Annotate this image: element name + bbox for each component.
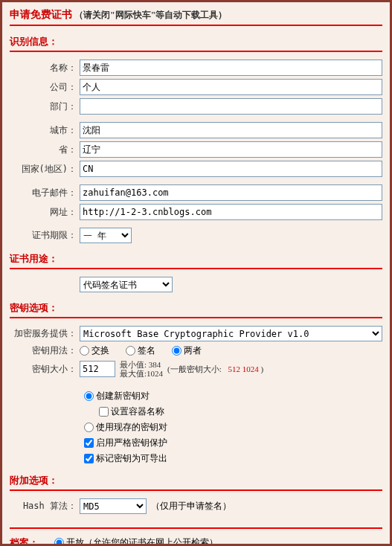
radio-sign-input[interactable] bbox=[126, 346, 135, 356]
country-input[interactable] bbox=[80, 161, 382, 177]
page-title: 申请免费证书 bbox=[10, 9, 72, 20]
section-key: 密钥选项： bbox=[10, 301, 382, 315]
email-input[interactable] bbox=[80, 184, 382, 201]
label-company: 公司： bbox=[10, 81, 80, 94]
radio-exchange-input[interactable] bbox=[80, 346, 89, 356]
divider bbox=[10, 489, 382, 491]
hash-select[interactable]: MD5 bbox=[80, 498, 147, 514]
radio-use-existing[interactable]: 使用现存的密钥对 bbox=[84, 421, 382, 434]
radio-use-existing-input[interactable] bbox=[84, 423, 94, 432]
label-city: 城市： bbox=[10, 124, 80, 137]
divider bbox=[10, 527, 382, 529]
company-input[interactable] bbox=[80, 79, 382, 95]
label-key-size: 密钥大小： bbox=[10, 363, 80, 376]
key-size-input[interactable] bbox=[80, 361, 115, 377]
label-hash: Hash 算法： bbox=[10, 500, 80, 513]
city-input[interactable] bbox=[80, 122, 382, 138]
radio-create-new-input[interactable] bbox=[84, 391, 94, 401]
check-strict-protect-input[interactable] bbox=[84, 438, 94, 448]
hash-note: （仅用于申请签名） bbox=[151, 500, 231, 513]
label-province: 省： bbox=[10, 144, 80, 156]
label-country: 国家(地区)： bbox=[10, 163, 80, 176]
label-dept: 部门： bbox=[10, 100, 80, 113]
divider bbox=[10, 317, 382, 318]
label-url: 网址： bbox=[10, 206, 80, 219]
key-size-range: 最小值: 384 最大值:1024 bbox=[120, 360, 163, 378]
period-select[interactable]: 一 年 bbox=[80, 228, 132, 243]
radio-archive-open-input[interactable] bbox=[54, 538, 64, 546]
check-mark-exportable[interactable]: 标记密钥为可导出 bbox=[84, 452, 382, 465]
name-input[interactable] bbox=[80, 60, 382, 76]
section-usage: 证书用途： bbox=[10, 252, 382, 266]
label-csp: 加密服务提供： bbox=[10, 327, 80, 340]
label-period: 证书期限： bbox=[10, 229, 80, 242]
radio-both[interactable]: 两者 bbox=[172, 344, 202, 357]
url-input[interactable] bbox=[80, 204, 382, 220]
section-identity: 识别信息： bbox=[10, 35, 382, 48]
label-name: 名称： bbox=[10, 62, 80, 74]
divider bbox=[10, 25, 382, 26]
radio-archive-open[interactable]: 开放（允许您的证书在网上公开检索） bbox=[54, 536, 366, 546]
check-set-container-input[interactable] bbox=[99, 407, 109, 417]
radio-both-input[interactable] bbox=[172, 346, 181, 356]
section-extra: 附加选项： bbox=[10, 474, 382, 487]
title-row: 申请免费证书 （请关闭"网际快车"等自动下载工具） bbox=[10, 8, 382, 22]
check-set-container[interactable]: 设置容器名称 bbox=[99, 405, 382, 418]
check-mark-exportable-input[interactable] bbox=[84, 454, 94, 463]
main-panel: 申请免费证书 （请关闭"网际快车"等自动下载工具） 识别信息： 名称： 公司： … bbox=[0, 0, 392, 546]
dept-input[interactable] bbox=[80, 98, 382, 115]
radio-create-new[interactable]: 创建新密钥对 bbox=[84, 390, 382, 402]
province-input[interactable] bbox=[80, 141, 382, 158]
divider bbox=[10, 268, 382, 269]
key-size-common: (一般密钥大小: 512 1024 ) bbox=[167, 364, 263, 373]
section-archive: 档案： bbox=[10, 536, 54, 546]
radio-sign[interactable]: 签名 bbox=[126, 344, 155, 357]
label-key-usage: 密钥用法： bbox=[10, 344, 80, 357]
check-strict-protect[interactable]: 启用严格密钥保护 bbox=[84, 437, 382, 449]
usage-select[interactable]: 代码签名证书 bbox=[80, 277, 173, 292]
divider bbox=[10, 51, 382, 52]
label-email: 电子邮件： bbox=[10, 187, 80, 199]
radio-exchange[interactable]: 交换 bbox=[80, 344, 109, 357]
title-note: （请关闭"网际快车"等自动下载工具） bbox=[74, 10, 227, 20]
csp-select[interactable]: Microsoft Base Cryptographic Provider v1… bbox=[80, 326, 382, 341]
